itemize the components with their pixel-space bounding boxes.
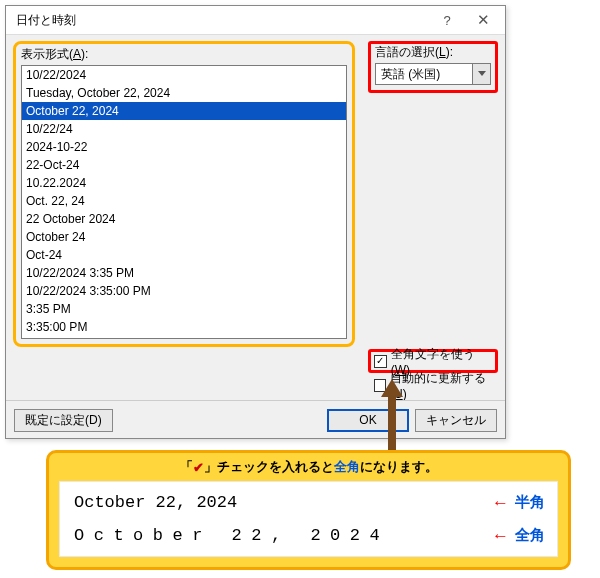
left-arrow-icon: ← [492, 493, 509, 513]
format-label-accel: A [73, 47, 81, 61]
language-select-dropdown-button[interactable] [473, 63, 491, 85]
format-list-item[interactable]: 3:35 PM [22, 300, 346, 318]
language-label: 言語の選択(L): [375, 44, 491, 61]
format-list-item[interactable]: 10/22/24 [22, 120, 346, 138]
format-label: 表示形式(A): [21, 46, 347, 63]
auto-update-row: 自動的に更新する(U) [368, 375, 498, 395]
format-list-item[interactable]: Tuesday, October 22, 2024 [22, 84, 346, 102]
date-time-dialog: 日付と時刻 ? ✕ 表示形式(A): 10/22/2024Tuesday, Oc… [5, 5, 506, 439]
format-listbox[interactable]: 10/22/2024Tuesday, October 22, 2024Octob… [21, 65, 347, 339]
format-list-item[interactable]: 10.22.2024 [22, 174, 346, 192]
format-section-highlight: 表示形式(A): 10/22/2024Tuesday, October 22, … [13, 41, 355, 347]
callout-body: October 22, 2024 ← 半角 October 22, 2024 ←… [59, 481, 558, 557]
language-select[interactable]: 英語 (米国) [375, 63, 491, 85]
close-button[interactable]: ✕ [465, 9, 501, 31]
format-list-item[interactable]: Oct. 22, 24 [22, 192, 346, 210]
auto-update-checkbox[interactable] [374, 379, 386, 392]
format-list-item[interactable]: 10/22/2024 [22, 66, 346, 84]
format-label-pre: 表示形式( [21, 47, 73, 61]
format-list-item[interactable]: 3:35:00 PM [22, 318, 346, 336]
format-label-post: ): [81, 47, 88, 61]
format-list-item[interactable]: October 22, 2024 [22, 102, 346, 120]
halfwidth-sample-text: October 22, 2024 [74, 493, 492, 512]
format-list-item[interactable]: 15:35 [22, 336, 346, 339]
language-section-highlight: 言語の選択(L): 英語 (米国) [368, 41, 498, 93]
halfwidth-example-row: October 22, 2024 ← 半角 [74, 487, 545, 519]
language-label-pre: 言語の選択( [375, 45, 439, 59]
dialog-button-row: 既定に設定(D) OK キャンセル [6, 400, 505, 439]
language-select-value[interactable]: 英語 (米国) [375, 63, 473, 85]
halfwidth-label: 半角 [515, 493, 545, 512]
format-list-item[interactable]: 22-Oct-24 [22, 156, 346, 174]
set-default-button[interactable]: 既定に設定(D) [14, 409, 113, 432]
fullwidth-checkbox[interactable] [374, 355, 387, 368]
format-list-item[interactable]: 22 October 2024 [22, 210, 346, 228]
ok-button[interactable]: OK [327, 409, 409, 432]
callout-heading: 「✔」チェックを入れると全角になります。 [49, 453, 568, 481]
auto-update-checkbox-label[interactable]: 自動的に更新する(U) [390, 370, 492, 401]
left-arrow-icon: ← [492, 526, 509, 546]
titlebar: 日付と時刻 ? ✕ [6, 6, 505, 35]
language-label-accel: L [439, 45, 446, 59]
format-list-item[interactable]: October 24 [22, 228, 346, 246]
format-list-item[interactable]: 2024-10-22 [22, 138, 346, 156]
help-button[interactable]: ? [429, 9, 465, 31]
dialog-title: 日付と時刻 [16, 12, 429, 29]
format-list-item[interactable]: 10/22/2024 3:35:00 PM [22, 282, 346, 300]
cancel-button[interactable]: キャンセル [415, 409, 497, 432]
language-label-post: ): [446, 45, 453, 59]
fullwidth-example-row: October 22, 2024 ← 全角 [74, 520, 545, 552]
format-list-item[interactable]: 10/22/2024 3:35 PM [22, 264, 346, 282]
format-list-item[interactable]: Oct-24 [22, 246, 346, 264]
fullwidth-sample-text: October 22, 2024 [74, 526, 492, 545]
check-icon: ✔ [193, 460, 204, 475]
fullwidth-label: 全角 [515, 526, 545, 545]
annotation-callout: 「✔」チェックを入れると全角になります。 October 22, 2024 ← … [46, 450, 571, 570]
chevron-down-icon [478, 71, 486, 77]
dialog-body: 表示形式(A): 10/22/2024Tuesday, October 22, … [6, 35, 505, 439]
